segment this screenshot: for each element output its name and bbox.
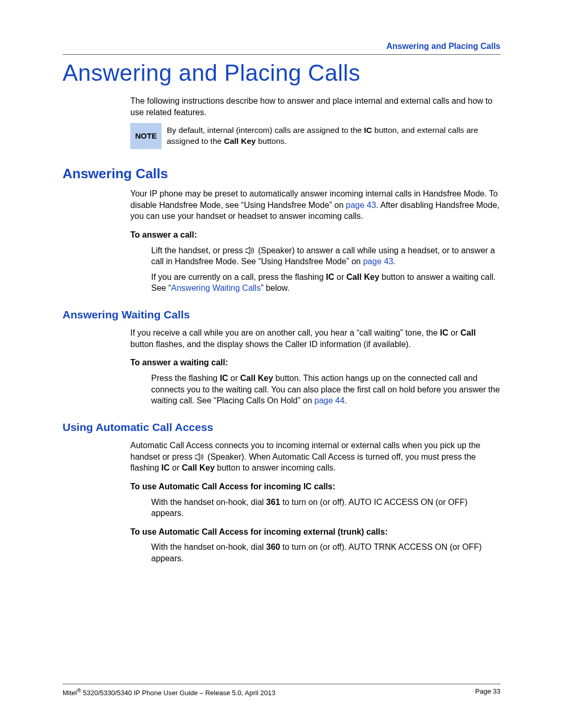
- footer-left-a: Mitel: [63, 689, 77, 697]
- s1-step2-ic: IC: [326, 273, 334, 281]
- s3-sub1: To use Automatic Call Access for incomin…: [130, 481, 500, 492]
- s2-p1b: button flashes, and the display shows th…: [130, 340, 411, 349]
- s3-step1: With the handset on-hook, dial 361 to tu…: [151, 497, 500, 519]
- header-section: Answering and Placing Calls: [63, 42, 500, 51]
- footer-left-b: 5320/5330/5340 IP Phone User Guide – Rel…: [81, 689, 275, 697]
- footer-right: Page 33: [475, 687, 500, 697]
- page: Answering and Placing Calls Answering an…: [0, 0, 563, 728]
- intro-paragraph: The following instructions describe how …: [130, 95, 500, 118]
- note-call-key: Call Key: [224, 137, 255, 145]
- s2-p1mid: or: [448, 328, 460, 337]
- note-prefix: By default, internal (intercom) calls ar…: [167, 126, 364, 134]
- note-box: NOTE By default, internal (intercom) cal…: [130, 123, 500, 149]
- s2-step1: Press the flashing IC or Call Key button…: [151, 373, 500, 406]
- s3-p1c: button to answer incoming calls.: [215, 463, 336, 472]
- note-text: By default, internal (intercom) calls ar…: [162, 123, 500, 149]
- s1-sub1: To answer a call:: [130, 229, 500, 241]
- header-rule: [63, 54, 500, 55]
- s1-step2c: ” below.: [261, 283, 289, 292]
- link-answering-waiting[interactable]: Answering Waiting Calls: [171, 283, 261, 292]
- footer: Mitel® 5320/5330/5340 IP Phone User Guid…: [63, 684, 500, 697]
- s1-paragraph: Your IP phone may be preset to automatic…: [130, 188, 500, 222]
- s3-step2-num: 360: [266, 542, 280, 551]
- s2-step1a: Press the flashing: [151, 374, 220, 382]
- content: The following instructions describe how …: [130, 95, 500, 564]
- s3-step2: With the handset on-hook, dial 360 to tu…: [151, 541, 500, 564]
- link-page-44[interactable]: page 44: [314, 396, 345, 405]
- speaker-icon: [195, 453, 205, 461]
- heading-answering-waiting: Answering Waiting Calls: [63, 307, 500, 322]
- s2-step1mid: or: [228, 374, 240, 382]
- s1-step2mid: or: [334, 273, 346, 281]
- link-page-43a[interactable]: page 43: [346, 201, 376, 209]
- link-page-43b[interactable]: page 43: [363, 257, 393, 266]
- s1-step1c: .: [393, 257, 395, 266]
- note-label: NOTE: [130, 123, 162, 149]
- heading-answering-calls: Answering Calls: [63, 165, 500, 183]
- svg-marker-0: [246, 247, 250, 254]
- s2-step1c: .: [345, 396, 347, 405]
- s3-p1mid: or: [170, 463, 182, 472]
- s3-step1a: With the handset on-hook, dial: [151, 498, 266, 507]
- s3-paragraph: Automatic Call Access connects you to in…: [130, 440, 500, 474]
- note-ic: IC: [364, 126, 372, 134]
- s1-step2-ck: Call Key: [346, 273, 379, 281]
- s2-step1-ic: IC: [220, 374, 228, 382]
- s2-sub1: To answer a waiting call:: [130, 357, 500, 368]
- s1-step1: Lift the handset, or press (Speaker) to …: [151, 245, 500, 267]
- s3-step1-num: 361: [266, 498, 280, 507]
- note-suffix: buttons.: [256, 137, 287, 145]
- s2-p1a: If you receive a call while you are on a…: [130, 328, 440, 337]
- s2-p1-call: Call: [460, 328, 475, 337]
- s3-p1-ck: Call Key: [182, 463, 215, 472]
- s2-p1-ic: IC: [440, 328, 448, 337]
- s3-step2a: With the handset on-hook, dial: [151, 542, 266, 551]
- s1-step2a: If you are currently on a call, press th…: [151, 273, 326, 281]
- s2-step1-ck: Call Key: [240, 374, 273, 382]
- heading-automatic-call-access: Using Automatic Call Access: [63, 420, 500, 435]
- footer-left: Mitel® 5320/5330/5340 IP Phone User Guid…: [63, 687, 275, 697]
- s2-paragraph: If you receive a call while you are on a…: [130, 327, 500, 350]
- speaker-icon: [246, 247, 256, 254]
- s1-step1a: Lift the handset, or press: [151, 246, 246, 255]
- svg-marker-1: [195, 453, 199, 460]
- s3-p1-ic: IC: [162, 463, 170, 472]
- footer-rule: [63, 684, 500, 684]
- s3-sub2: To use Automatic Call Access for incomin…: [130, 526, 500, 538]
- page-title: Answering and Placing Calls: [63, 60, 500, 86]
- s1-step2: If you are currently on a call, press th…: [151, 272, 500, 294]
